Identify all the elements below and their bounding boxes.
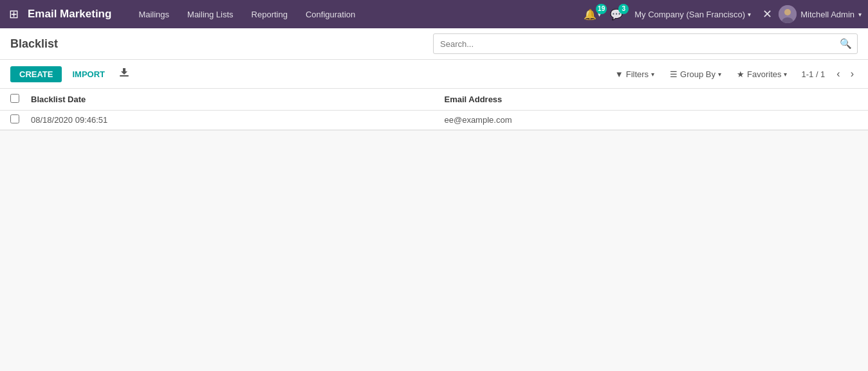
- filters-chevron-icon: ▾: [651, 71, 654, 78]
- svg-point-1: [784, 9, 791, 15]
- notification-badge: 19: [596, 4, 607, 14]
- search-bar: 🔍: [433, 33, 858, 54]
- filter-icon: ▼: [615, 69, 623, 79]
- filters-button[interactable]: ▼ Filters ▾: [609, 67, 661, 82]
- user-name: Mitchell Admin: [800, 10, 854, 19]
- row-checkbox-col: [10, 114, 31, 125]
- user-chevron-icon: ▾: [858, 11, 862, 18]
- toolbar: CREATE IMPORT ▼ Filters ▾ ☰ Group By ▾ ★…: [0, 60, 868, 89]
- column-header-date: Blacklist Date: [31, 95, 445, 104]
- download-icon: [118, 67, 130, 78]
- subheader: Blacklist 🔍: [0, 28, 868, 60]
- nav-reporting[interactable]: Reporting: [244, 7, 295, 22]
- nav-mailings[interactable]: Mailings: [131, 7, 177, 22]
- groupby-icon: ☰: [670, 69, 678, 79]
- row-checkbox[interactable]: [10, 114, 19, 123]
- groupby-chevron-icon: ▾: [718, 71, 721, 78]
- column-header-email: Email Address: [445, 95, 858, 104]
- search-icon[interactable]: 🔍: [835, 35, 857, 52]
- nav-configuration[interactable]: Configuration: [298, 7, 363, 22]
- messages-btn[interactable]: 💬 3: [607, 6, 625, 23]
- create-button[interactable]: CREATE: [10, 66, 62, 82]
- select-all-checkbox[interactable]: [10, 94, 19, 103]
- messages-badge: 3: [618, 4, 629, 14]
- navbar: ⊞ Email Marketing Mailings Mailing Lists…: [0, 0, 868, 28]
- row-date: 08/18/2020 09:46:51: [31, 115, 445, 125]
- company-name: My Company (San Francisco): [634, 10, 745, 19]
- search-input[interactable]: [434, 37, 835, 51]
- user-menu[interactable]: Mitchell Admin ▾: [779, 5, 862, 23]
- favorites-chevron-icon: ▾: [784, 71, 787, 78]
- bell-icon: 🔔: [584, 8, 596, 21]
- star-icon: ★: [737, 69, 744, 79]
- avatar: [779, 5, 797, 23]
- content-area: [0, 131, 868, 323]
- import-button[interactable]: IMPORT: [67, 66, 110, 82]
- download-button[interactable]: [115, 64, 133, 84]
- nav-mailing-lists[interactable]: Mailing Lists: [180, 7, 241, 22]
- pagination-info: 1-1 / 1: [796, 69, 830, 79]
- navbar-right: 🔔 19 ▾ 💬 3 My Company (San Francisco) ▾ …: [581, 5, 862, 24]
- page-title: Blacklist: [10, 37, 58, 51]
- favorites-button[interactable]: ★ Favorites ▾: [730, 67, 793, 82]
- list-view: Blacklist Date Email Address 08/18/2020 …: [0, 89, 868, 131]
- notification-bell[interactable]: 🔔 19 ▾: [581, 6, 604, 23]
- select-all-checkbox-col: [10, 94, 31, 105]
- company-chevron-icon: ▾: [748, 11, 751, 18]
- groupby-button[interactable]: ☰ Group By ▾: [663, 67, 728, 82]
- close-icon[interactable]: ✕: [760, 5, 775, 24]
- svg-rect-3: [120, 75, 129, 77]
- table-row[interactable]: 08/18/2020 09:46:51 ee@example.com: [0, 111, 868, 130]
- row-email: ee@example.com: [445, 115, 858, 125]
- prev-page-button[interactable]: ‹: [833, 67, 844, 81]
- grid-icon[interactable]: ⊞: [6, 5, 21, 24]
- list-header: Blacklist Date Email Address: [0, 89, 868, 111]
- next-page-button[interactable]: ›: [847, 67, 858, 81]
- toolbar-right: ▼ Filters ▾ ☰ Group By ▾ ★ Favorites ▾ 1…: [609, 67, 858, 82]
- main-menu: Mailings Mailing Lists Reporting Configu…: [131, 7, 575, 22]
- app-title: Email Marketing: [28, 8, 111, 21]
- company-selector[interactable]: My Company (San Francisco) ▾: [629, 7, 756, 22]
